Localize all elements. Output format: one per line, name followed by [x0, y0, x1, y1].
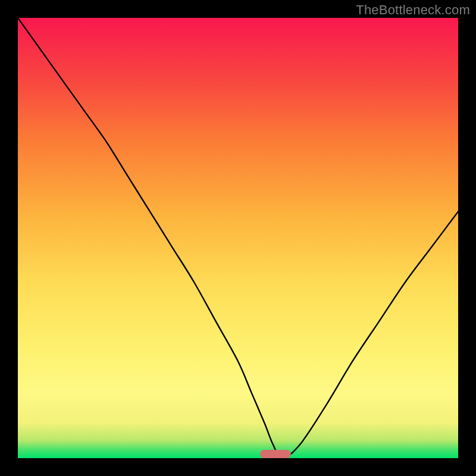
chart-frame: TheBottleneck.com [0, 0, 476, 476]
optimum-marker [260, 450, 291, 458]
curve-path [18, 18, 458, 458]
watermark-text: TheBottleneck.com [356, 2, 470, 18]
bottleneck-curve [18, 18, 458, 458]
plot-area [18, 18, 458, 458]
